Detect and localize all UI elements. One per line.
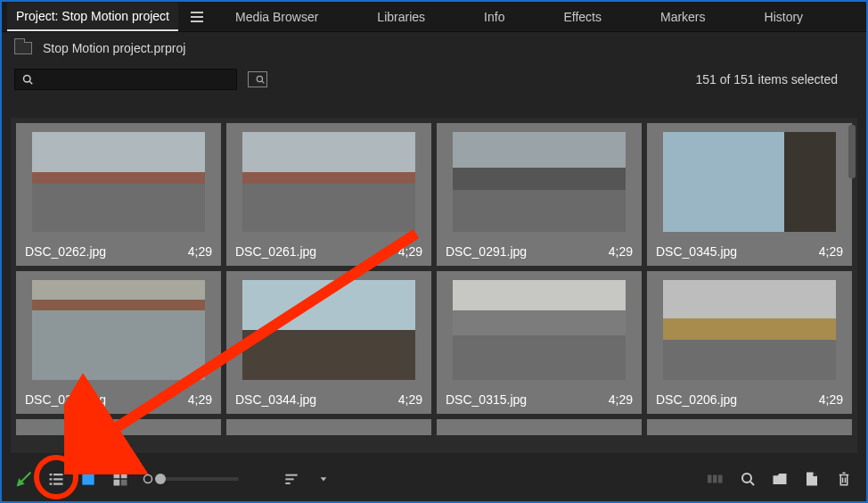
svg-point-22 (742, 474, 751, 482)
svg-rect-16 (285, 474, 297, 476)
thumbnail-area (437, 271, 642, 388)
thumbnail-card[interactable]: DSC_0261.jpg4;29 (226, 123, 431, 266)
search-row: 151 of 151 items selected (2, 64, 866, 95)
panel-tabs: Project: Stop Motion project Media Brows… (2, 2, 866, 32)
thumbnail-area (226, 271, 431, 388)
clip-duration: 4;29 (188, 244, 212, 259)
thumbnail-image (663, 132, 836, 232)
tab-label: Info (484, 10, 504, 24)
clip-name: DSC_0261.jpg (235, 244, 316, 259)
svg-rect-6 (50, 478, 53, 480)
thumbnail-area (16, 271, 221, 388)
svg-line-23 (750, 482, 754, 485)
clip-duration: 4;29 (609, 392, 633, 407)
clip-duration: 4;29 (819, 392, 843, 407)
tab-label: Markers (660, 10, 706, 24)
delete-button[interactable] (834, 469, 854, 489)
new-bin-button[interactable] (770, 469, 790, 489)
automate-to-sequence-icon[interactable] (706, 469, 725, 489)
thumbnail-area (437, 123, 642, 240)
thumbnail-card[interactable]: DSC_0206.jpg4;29 (647, 271, 852, 414)
thumbnail-area (647, 123, 852, 240)
thumbnail-card[interactable]: DSC_0291.jpg4;29 (437, 123, 642, 266)
tab-label: Effects (563, 10, 602, 24)
scrollbar-thumb[interactable] (848, 125, 856, 178)
bottom-toolbar (2, 457, 866, 501)
sort-menu-chevron-icon[interactable] (314, 469, 333, 489)
clip-duration: 4;29 (819, 244, 843, 259)
new-item-button[interactable] (802, 469, 822, 489)
thumbnail-card[interactable]: DSC_0344.jpg4;29 (226, 271, 431, 414)
thumbnail-area (16, 123, 221, 240)
svg-point-15 (144, 475, 152, 483)
thumbnail-area (647, 271, 852, 388)
thumbnail-image (242, 132, 415, 232)
tab-libraries[interactable]: Libraries (368, 4, 434, 30)
svg-rect-8 (50, 483, 53, 485)
sort-button[interactable] (282, 469, 301, 489)
tab-label: Media Browser (235, 10, 318, 24)
panel-menu-icon[interactable] (185, 8, 209, 26)
selection-status: 151 of 151 items selected (695, 72, 854, 87)
svg-rect-11 (114, 473, 120, 479)
clip-name: DSC_0344.jpg (235, 392, 316, 407)
freeform-view-button[interactable] (111, 469, 130, 489)
thumbnail-card[interactable]: DSC_0345.jpg4;29 (647, 123, 852, 266)
clip-name: DSC_0206.jpg (656, 392, 737, 407)
list-view-button[interactable] (46, 469, 66, 489)
svg-line-3 (262, 81, 265, 84)
svg-rect-14 (121, 480, 127, 486)
svg-rect-4 (50, 474, 53, 475)
clip-duration: 4;29 (398, 244, 422, 259)
tab-project[interactable]: Project: Stop Motion project (7, 3, 178, 31)
tab-markers[interactable]: Markers (651, 4, 715, 30)
svg-rect-9 (53, 483, 63, 485)
find-button[interactable] (738, 469, 757, 489)
thumbnail-card[interactable]: DSC_0315.jpg4;29 (437, 271, 642, 414)
tab-effects[interactable]: Effects (554, 4, 610, 30)
search-icon (22, 74, 33, 85)
thumbnail-image (453, 132, 626, 232)
clip-name: DSC_0327.jpg (25, 392, 106, 407)
project-header: Stop Motion project.prproj (2, 32, 866, 64)
bin-grid: DSC_0262.jpg4;29DSC_0261.jpg4;29DSC_0291… (11, 118, 857, 453)
thumbnail-card[interactable]: DSC_0327.jpg4;29 (16, 271, 221, 414)
svg-point-2 (257, 76, 262, 81)
zoom-slider[interactable] (143, 469, 239, 489)
tab-label: History (765, 10, 804, 24)
svg-rect-10 (82, 473, 94, 484)
clip-name: DSC_0345.jpg (656, 244, 737, 259)
tab-history[interactable]: History (756, 4, 813, 30)
thumbnail-card[interactable] (647, 419, 852, 435)
thumbnail-card[interactable]: DSC_0262.jpg4;29 (16, 123, 221, 266)
write-enable-icon[interactable] (14, 469, 34, 489)
thumbnail-card[interactable] (16, 419, 221, 435)
thumbnail-image (663, 280, 836, 380)
tab-label: Libraries (377, 10, 425, 24)
svg-line-1 (29, 81, 32, 84)
find-faces-icon[interactable] (248, 71, 267, 87)
clip-name: DSC_0315.jpg (446, 392, 527, 407)
clip-duration: 4;29 (398, 392, 422, 407)
thumbnail-card[interactable] (226, 419, 431, 435)
tab-info[interactable]: Info (475, 4, 513, 30)
clip-name: DSC_0291.jpg (446, 244, 527, 259)
tab-media-browser[interactable]: Media Browser (226, 4, 327, 30)
clip-duration: 4;29 (188, 392, 212, 407)
project-bin-icon[interactable] (14, 42, 32, 54)
search-field[interactable] (36, 73, 229, 87)
search-input[interactable] (14, 69, 237, 90)
project-filename: Stop Motion project.prproj (43, 41, 185, 55)
svg-rect-5 (53, 474, 63, 475)
svg-rect-13 (114, 480, 120, 486)
icon-view-button[interactable] (78, 469, 98, 489)
thumbnail-image (242, 280, 415, 380)
thumbnail-image (32, 280, 205, 380)
thumbnail-image (32, 132, 205, 232)
grid-scrollbar[interactable] (848, 125, 856, 444)
svg-rect-17 (285, 478, 293, 480)
thumbnail-card[interactable] (437, 419, 642, 435)
clip-duration: 4;29 (609, 244, 633, 259)
tab-project-label: Project: Stop Motion project (16, 9, 169, 23)
svg-rect-20 (713, 475, 717, 483)
